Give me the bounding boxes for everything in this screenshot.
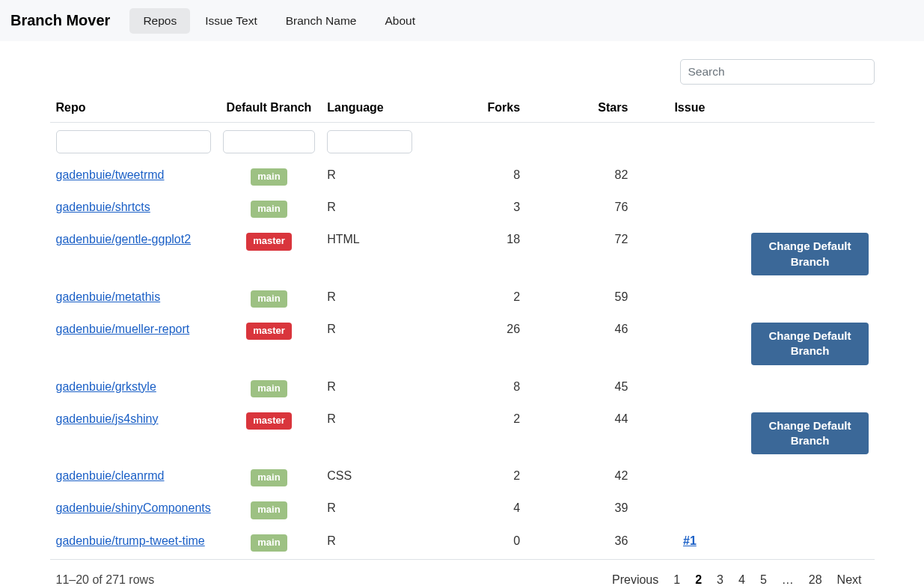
branch-badge: main	[251, 534, 287, 552]
repo-link[interactable]: gadenbuie/tweetrmd	[56, 168, 165, 181]
header-language[interactable]: Language	[321, 94, 418, 123]
language-cell: R	[321, 315, 418, 373]
table-row: gadenbuie/tweetrmdmainR882	[50, 161, 875, 193]
branch-badge: main	[251, 201, 287, 218]
branch-badge: main	[251, 469, 287, 486]
nav-item-branch-name[interactable]: Branch Name	[272, 8, 370, 34]
repo-link[interactable]: gadenbuie/metathis	[56, 290, 161, 303]
table-row: gadenbuie/gentle-ggplot2masterHTML1872Ch…	[50, 225, 875, 283]
header-repo[interactable]: Repo	[50, 94, 217, 123]
branch-badge: main	[251, 168, 287, 186]
repo-link[interactable]: gadenbuie/mueller-report	[56, 323, 190, 335]
topbar: Branch Mover ReposIssue TextBranch NameA…	[0, 0, 924, 41]
forks-cell: 0	[418, 527, 526, 559]
search-input[interactable]	[680, 59, 875, 85]
nav-item-issue-text[interactable]: Issue Text	[192, 8, 271, 34]
forks-cell: 26	[418, 315, 526, 373]
language-cell: R	[321, 161, 418, 193]
page-1[interactable]: 1	[667, 570, 687, 586]
stars-cell: 46	[526, 315, 634, 373]
repo-link[interactable]: gadenbuie/shrtcts	[56, 201, 150, 213]
nav-item-repos[interactable]: Repos	[129, 8, 190, 34]
stars-cell: 82	[526, 161, 634, 193]
stars-cell: 76	[526, 193, 634, 225]
forks-cell: 2	[418, 283, 526, 315]
header-action	[745, 94, 874, 123]
filter-branch-input[interactable]	[223, 130, 315, 153]
stars-cell: 39	[526, 494, 634, 526]
issue-link[interactable]: #1	[683, 534, 697, 547]
stars-cell: 45	[526, 373, 634, 405]
header-forks[interactable]: Forks	[418, 94, 526, 123]
page-28[interactable]: 28	[802, 570, 829, 586]
forks-cell: 8	[418, 373, 526, 405]
forks-cell: 2	[418, 462, 526, 494]
change-default-branch-button[interactable]: Change Default Branch	[751, 323, 868, 365]
table-row: gadenbuie/shinyComponentsmainR439	[50, 494, 875, 526]
forks-cell: 18	[418, 225, 526, 283]
table-row: gadenbuie/js4shinymasterR244Change Defau…	[50, 405, 875, 463]
brand-title: Branch Mover	[10, 6, 110, 35]
repo-link[interactable]: gadenbuie/grkstyle	[56, 380, 156, 393]
repo-link[interactable]: gadenbuie/shinyComponents	[56, 501, 211, 514]
stars-cell: 42	[526, 462, 634, 494]
language-cell: R	[321, 494, 418, 526]
row-summary: 11–20 of 271 rows	[56, 573, 155, 586]
filter-language-input[interactable]	[327, 130, 412, 153]
main-content: Repo Default Branch Language Forks Stars…	[40, 41, 885, 586]
repo-link[interactable]: gadenbuie/gentle-ggplot2	[56, 233, 192, 245]
repo-link[interactable]: gadenbuie/js4shiny	[56, 412, 159, 425]
table-row: gadenbuie/grkstylemainR845	[50, 373, 875, 405]
page-next[interactable]: Next	[830, 570, 869, 586]
language-cell: R	[321, 193, 418, 225]
branch-badge: main	[251, 380, 287, 397]
header-stars[interactable]: Stars	[526, 94, 634, 123]
page-2[interactable]: 2	[688, 570, 709, 586]
filter-row	[50, 123, 875, 162]
header-default-branch[interactable]: Default Branch	[217, 94, 321, 123]
page-4[interactable]: 4	[732, 570, 752, 586]
table-row: gadenbuie/metathismainR259	[50, 283, 875, 315]
language-cell: R	[321, 405, 418, 463]
repos-table: Repo Default Branch Language Forks Stars…	[50, 94, 875, 559]
filter-repo-input[interactable]	[56, 130, 211, 153]
language-cell: CSS	[321, 462, 418, 494]
pagination: Previous12345…28Next	[605, 570, 868, 586]
page-previous[interactable]: Previous	[605, 570, 665, 586]
nav-item-about[interactable]: About	[371, 8, 429, 34]
stars-cell: 59	[526, 283, 634, 315]
table-row: gadenbuie/shrtctsmainR376	[50, 193, 875, 225]
stars-cell: 72	[526, 225, 634, 283]
branch-badge: main	[251, 290, 287, 308]
repo-link[interactable]: gadenbuie/cleanrmd	[56, 469, 165, 482]
stars-cell: 44	[526, 405, 634, 463]
page-3[interactable]: 3	[710, 570, 730, 586]
language-cell: R	[321, 283, 418, 315]
main-nav: ReposIssue TextBranch NameAbout	[129, 8, 429, 34]
language-cell: R	[321, 527, 418, 559]
branch-badge: master	[246, 233, 292, 250]
forks-cell: 8	[418, 161, 526, 193]
table-row: gadenbuie/trump-tweet-timemainR036#1	[50, 527, 875, 559]
change-default-branch-button[interactable]: Change Default Branch	[751, 233, 868, 275]
forks-cell: 2	[418, 405, 526, 463]
header-issue[interactable]: Issue	[634, 94, 745, 123]
forks-cell: 3	[418, 193, 526, 225]
repo-link[interactable]: gadenbuie/trump-tweet-time	[56, 534, 205, 547]
branch-badge: master	[246, 412, 292, 430]
language-cell: R	[321, 373, 418, 405]
page-5[interactable]: 5	[753, 570, 774, 586]
forks-cell: 4	[418, 494, 526, 526]
page-ellipsis: …	[775, 570, 801, 586]
branch-badge: master	[246, 323, 292, 340]
table-row: gadenbuie/cleanrmdmainCSS242	[50, 462, 875, 494]
language-cell: HTML	[321, 225, 418, 283]
stars-cell: 36	[526, 527, 634, 559]
table-footer: 11–20 of 271 rows Previous12345…28Next	[50, 559, 875, 586]
branch-badge: main	[251, 501, 287, 519]
change-default-branch-button[interactable]: Change Default Branch	[751, 412, 868, 455]
table-row: gadenbuie/mueller-reportmasterR2646Chang…	[50, 315, 875, 373]
